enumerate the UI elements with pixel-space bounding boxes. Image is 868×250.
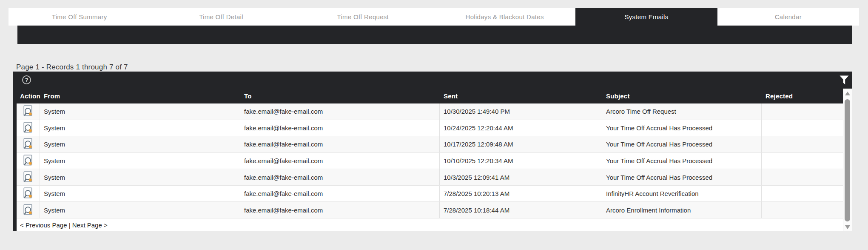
column-header-action: Action <box>13 89 40 103</box>
scrollbar-thumb[interactable] <box>845 99 850 221</box>
preview-email-icon[interactable] <box>23 204 34 216</box>
email-row: System fake.email@fake-email.com 7/28/20… <box>17 186 843 202</box>
next-page-link[interactable]: Next Page > <box>72 221 108 229</box>
cell-from: System <box>40 120 240 136</box>
preview-email-icon[interactable] <box>23 155 34 167</box>
cell-to: fake.email@fake-email.com <box>240 103 440 120</box>
cell-rejected <box>762 169 843 185</box>
cell-subject: Your Time Off Accrual Has Processed <box>602 169 762 185</box>
cell-rejected <box>762 202 843 218</box>
cell-rejected <box>762 103 843 120</box>
cell-sent: 10/10/2025 12:20:34 AM <box>440 153 602 169</box>
grid-toolbar: ? <box>13 72 852 89</box>
cell-sent: 10/3/2025 12:09:41 AM <box>440 169 602 185</box>
cell-from: System <box>40 103 240 120</box>
preview-email-icon[interactable] <box>23 187 34 200</box>
tab-time-off-detail[interactable]: Time Off Detail <box>150 8 292 26</box>
cell-rejected <box>762 186 843 202</box>
records-summary: Page 1 - Records 1 through 7 of 7 <box>16 63 128 72</box>
cell-from: System <box>40 186 240 202</box>
column-header-subject: Subject <box>602 89 762 103</box>
tab-system-emails[interactable]: System Emails <box>575 8 717 26</box>
email-row: System fake.email@fake-email.com 10/3/20… <box>17 169 843 186</box>
cell-sent: 7/28/2025 10:18:44 AM <box>440 202 602 218</box>
cell-to: fake.email@fake-email.com <box>240 202 440 218</box>
vertical-scrollbar[interactable] <box>843 89 852 231</box>
cell-subject: Arcoro Time Off Request <box>602 103 762 120</box>
help-icon[interactable]: ? <box>22 75 31 84</box>
cell-sent: 10/17/2025 12:09:48 AM <box>440 136 602 152</box>
preview-email-icon[interactable] <box>23 105 34 118</box>
filter-icon[interactable] <box>839 75 849 85</box>
column-header-from: From <box>40 89 240 103</box>
cell-subject: Your Time Off Accrual Has Processed <box>602 136 762 152</box>
column-header-to: To <box>240 89 440 103</box>
cell-action <box>17 136 40 152</box>
scroll-up-icon[interactable] <box>845 92 850 95</box>
cell-subject: Your Time Off Accrual Has Processed <box>602 153 762 169</box>
cell-to: fake.email@fake-email.com <box>240 186 440 202</box>
cell-rejected <box>762 153 843 169</box>
column-header-sent: Sent <box>440 89 602 103</box>
cell-action <box>17 202 40 218</box>
cell-subject: Your Time Off Accrual Has Processed <box>602 120 762 136</box>
column-header-rejected: Rejected <box>762 89 843 103</box>
cell-action <box>17 103 40 120</box>
cell-to: fake.email@fake-email.com <box>240 169 440 185</box>
cell-from: System <box>40 202 240 218</box>
cell-rejected <box>762 136 843 152</box>
tab-time-off-request[interactable]: Time Off Request <box>292 8 434 26</box>
tab-time-off-summary[interactable]: Time Off Summary <box>9 8 150 26</box>
preview-email-icon[interactable] <box>23 171 34 184</box>
cell-to: fake.email@fake-email.com <box>240 136 440 152</box>
pagination-bar: < Previous Page | Next Page > <box>17 218 852 231</box>
email-row: System fake.email@fake-email.com 10/24/2… <box>17 120 843 137</box>
cell-action <box>17 120 40 136</box>
email-row: System fake.email@fake-email.com 10/10/2… <box>17 153 843 170</box>
tab-bar: Time Off Summary Time Off Detail Time Of… <box>9 8 859 26</box>
tab-calendar[interactable]: Calendar <box>717 8 859 26</box>
tab-content-panel <box>17 26 852 44</box>
cell-subject: Arcoro Enrollment Information <box>602 202 762 218</box>
cell-sent: 10/24/2025 12:20:44 AM <box>440 120 602 136</box>
system-emails-grid: ? Action From To Sent Subject Rejected <box>13 72 852 231</box>
preview-email-icon[interactable] <box>23 138 34 150</box>
preview-email-icon[interactable] <box>23 122 34 134</box>
cell-to: fake.email@fake-email.com <box>240 120 440 136</box>
grid-header-row: Action From To Sent Subject Rejected <box>13 89 843 103</box>
cell-action <box>17 169 40 185</box>
cell-sent: 7/28/2025 10:20:13 AM <box>440 186 602 202</box>
cell-sent: 10/30/2025 1:49:40 PM <box>440 103 602 120</box>
cell-from: System <box>40 136 240 152</box>
email-row: System fake.email@fake-email.com 7/28/20… <box>17 202 843 218</box>
pagination-separator: | <box>67 221 72 229</box>
previous-page-link[interactable]: < Previous Page <box>20 221 67 229</box>
cell-from: System <box>40 153 240 169</box>
scroll-down-icon[interactable] <box>845 225 850 229</box>
tab-holidays-blackout-dates[interactable]: Holidays & Blackout Dates <box>434 8 575 26</box>
cell-action <box>17 186 40 202</box>
cell-rejected <box>762 120 843 136</box>
cell-from: System <box>40 169 240 185</box>
system-emails-page: { "colors": { "dark": "#242528", "page_b… <box>0 0 868 250</box>
cell-action <box>17 153 40 169</box>
cell-subject: InfinityHR Account Reverification <box>602 186 762 202</box>
email-row: System fake.email@fake-email.com 10/30/2… <box>17 103 843 120</box>
grid-body: System fake.email@fake-email.com 10/30/2… <box>17 103 843 218</box>
email-row: System fake.email@fake-email.com 10/17/2… <box>17 136 843 153</box>
cell-to: fake.email@fake-email.com <box>240 153 440 169</box>
